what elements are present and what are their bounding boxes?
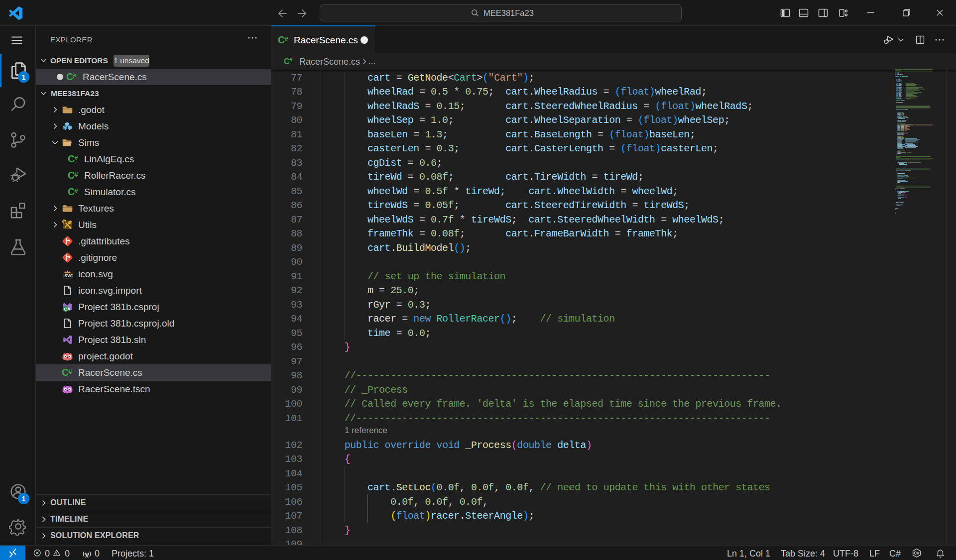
svg-text:C#: C# — [914, 551, 919, 556]
